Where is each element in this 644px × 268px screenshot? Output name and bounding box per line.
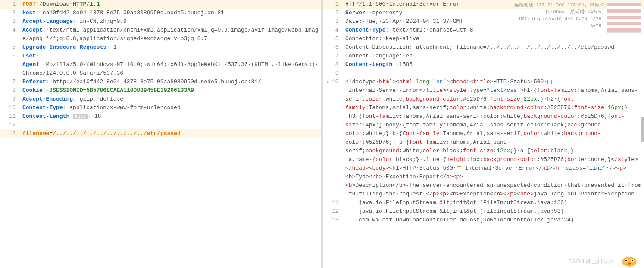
- svg-point-3: [625, 260, 627, 261]
- code-line[interactable]: 1POST·/Download·HTTP/1.1: [0, 0, 321, 9]
- code-line[interactable]: 6Content-Disposition:·attachment;·filena…: [323, 43, 644, 52]
- code-line[interactable]: 9Accept-Encoding:·gzip,·deflate: [0, 95, 321, 104]
- code-line[interactable]: 8Cookie:·JSESSIONID=5B5786ECAEA110D8B945…: [0, 86, 321, 95]
- line-number: 12: [323, 207, 344, 216]
- line-number: 2: [323, 9, 344, 17]
- line-content: Connection:·keep-alive: [344, 35, 644, 43]
- line-number: 5: [0, 43, 21, 52]
- line-number: 10: [0, 104, 21, 112]
- line-content: Content-Language:·en: [344, 52, 644, 60]
- code-line[interactable]: 10Content-Type:·application/x-www-form-u…: [0, 104, 321, 112]
- line-number: 4: [323, 26, 344, 35]
- line-number: 9: [0, 95, 21, 104]
- line-content: Cookie:·JSESSIONID=5B5786ECAEA110D8B945B…: [21, 86, 321, 95]
- code-line[interactable]: ∨ 10<!doctype·html><html·lang="en"><head…: [323, 78, 644, 199]
- line-number: 11: [0, 112, 21, 121]
- mascot-icon: [620, 251, 639, 267]
- response-editor[interactable]: 1HTTP/1.1·500·Internal·Server·Error2Serv…: [323, 0, 644, 224]
- response-meta: 远端地址:117.21.200.176:81; 响应时间:88ms; 总耗时:1…: [512, 2, 641, 33]
- line-content: Referer:·http://ea10fd42-8e04-4378-8e75-…: [21, 78, 321, 86]
- line-content: filename=/../../../../../../../../../etc…: [21, 129, 321, 138]
- line-number: ∨ 10: [323, 78, 344, 87]
- line-content: Content-Type:·application/x-www-form-url…: [21, 104, 321, 112]
- code-line[interactable]: 6User-Agent:·Mozilla/5.0·(Windows·NT·10.…: [0, 52, 321, 78]
- line-number: 13: [0, 129, 21, 138]
- request-panel: 1POST·/Download·HTTP/1.12Host:·ea10fd42-…: [0, 0, 323, 268]
- line-number: 1: [0, 0, 21, 9]
- line-number: 6: [0, 52, 21, 60]
- line-content: POST·/Download·HTTP/1.1: [21, 0, 321, 9]
- line-number: 6: [323, 43, 344, 52]
- svg-point-4: [632, 260, 633, 261]
- code-line[interactable]: 13 com.wm.ctf.DownloadController.doPost(…: [323, 216, 644, 224]
- line-content: Content-Disposition:·attachment;·filenam…: [344, 43, 644, 52]
- line-number: 7: [0, 78, 21, 86]
- line-number: 11: [323, 199, 344, 207]
- response-panel: 远端地址:117.21.200.176:81; 响应时间:88ms; 总耗时:1…: [323, 0, 644, 268]
- code-line[interactable]: 12: [0, 121, 321, 129]
- line-number: 8: [0, 86, 21, 95]
- svg-point-0: [622, 257, 637, 267]
- line-content: java.io.FileInputStream.&lt;init&gt;(Fil…: [344, 207, 644, 216]
- line-content: Accept-Language:·zh-CN,zh;q=0.9: [21, 17, 321, 26]
- line-number: 1: [323, 0, 344, 9]
- line-number: 4: [0, 26, 21, 35]
- line-content: User-Agent:·Mozilla/5.0·(Windows·NT·10.0…: [21, 52, 321, 78]
- code-line[interactable]: 7Referer:·http://ea10fd42-8e04-4378-8e75…: [0, 78, 321, 86]
- line-number: 8: [323, 60, 344, 69]
- code-line[interactable]: 8Content-Length:·1585: [323, 60, 644, 69]
- response-meta-text: 远端地址:117.21.200.176:81; 响应时间:88ms; 总耗时:1…: [512, 2, 604, 33]
- watermark: CSDN @山川绿水: [568, 258, 614, 265]
- minimap-icon[interactable]: [607, 2, 641, 33]
- line-content: Upgrade-Insecure-Requests:·1: [21, 43, 321, 52]
- code-line[interactable]: 7Content-Language:·en: [323, 52, 644, 60]
- line-number: 3: [323, 17, 344, 26]
- line-content: java.io.FileInputStream.&lt;init&gt;(Fil…: [344, 199, 644, 207]
- code-line[interactable]: 3Accept-Language:·zh-CN,zh;q=0.9: [0, 17, 321, 26]
- code-line[interactable]: 5Upgrade-Insecure-Requests:·1: [0, 43, 321, 52]
- code-line[interactable]: 5Connection:·keep-alive: [323, 35, 644, 43]
- line-number: 9: [323, 69, 344, 78]
- line-content: Host:·ea10fd42-8e04-4378-8e75-09aa808995…: [21, 9, 321, 17]
- line-content: <!doctype·html><html·lang="en"><head><ti…: [344, 78, 644, 199]
- line-content: Content-Length:·1585: [344, 60, 644, 69]
- code-line[interactable]: 9: [323, 69, 644, 78]
- scrollbar-thumb[interactable]: [641, 117, 644, 142]
- code-line[interactable]: 13filename=/../../../../../../../../../e…: [0, 129, 321, 138]
- code-line[interactable]: 2Host:·ea10fd42-8e04-4378-8e75-09aa80899…: [0, 9, 321, 17]
- line-number: 7: [323, 52, 344, 60]
- code-line[interactable]: 12 java.io.FileInputStream.&lt;init&gt;(…: [323, 207, 644, 216]
- request-editor[interactable]: 1POST·/Download·HTTP/1.12Host:·ea10fd42-…: [0, 0, 321, 138]
- line-content: Content-Length auto:·18: [21, 112, 321, 121]
- code-line[interactable]: 4Accept:·text/html,application/xhtml+xml…: [0, 26, 321, 43]
- code-line[interactable]: 11 java.io.FileInputStream.&lt;init&gt;(…: [323, 199, 644, 207]
- line-number: 5: [323, 35, 344, 43]
- line-number: 13: [323, 216, 344, 224]
- line-content: Accept:·text/html,application/xhtml+xml,…: [21, 26, 321, 43]
- line-number: 12: [0, 121, 21, 129]
- line-content: com.wm.ctf.DownloadController.doPost(Dow…: [344, 216, 644, 224]
- code-line[interactable]: 11Content-Length auto:·18: [0, 112, 321, 121]
- svg-point-5: [628, 262, 631, 264]
- line-number: 3: [0, 17, 21, 26]
- line-content: Accept-Encoding:·gzip,·deflate: [21, 95, 321, 104]
- line-number: 2: [0, 9, 21, 17]
